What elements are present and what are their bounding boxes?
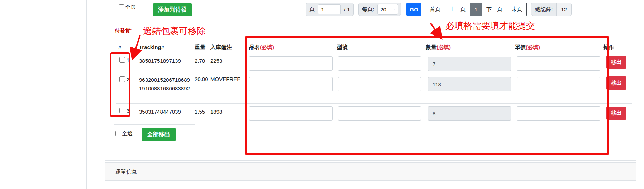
col-note-header: 入庫備注 <box>210 44 232 51</box>
first-page-button[interactable]: 首頁 <box>425 3 445 16</box>
page-number-input[interactable] <box>318 4 341 14</box>
next-page-button[interactable]: 下一頁 <box>482 3 507 16</box>
per-page-group: 每頁: 20 ⌄ <box>358 3 401 16</box>
product-name-input[interactable] <box>249 56 333 71</box>
remove-all-button[interactable]: 全部移出 <box>142 128 176 141</box>
current-page-button[interactable]: 1 <box>470 3 482 16</box>
row-divider-2 <box>116 103 632 104</box>
inbound-note: 1898 <box>210 108 222 115</box>
col-price-header: 單價(必填) <box>515 44 540 51</box>
row-checkbox[interactable] <box>119 108 125 113</box>
waybill-card-header: 運單信息 <box>105 163 636 181</box>
waybill-info-card: 運單信息 <box>105 162 636 189</box>
page-left-divider <box>86 0 87 189</box>
waybill-panel-title: 運單信息 <box>115 168 137 175</box>
select-all-top-label: 全選 <box>125 4 136 11</box>
inbound-note: 2253 <box>210 57 222 65</box>
remove-row-button[interactable]: 移出 <box>606 56 626 69</box>
quantity-input[interactable] <box>428 57 511 71</box>
quantity-input[interactable] <box>428 106 511 121</box>
unit-price-input[interactable] <box>517 56 600 71</box>
prev-page-button[interactable]: 上一頁 <box>445 3 470 16</box>
col-tracking-header: Tracking# <box>139 44 164 51</box>
weight-value: 1.55 <box>195 108 205 115</box>
row-checkbox[interactable] <box>119 57 125 63</box>
remove-row-button[interactable]: 移出 <box>606 76 626 90</box>
per-page-select[interactable]: 20 ⌄ <box>377 4 398 15</box>
total-records-box: 總記錄: 12 <box>531 3 572 16</box>
product-name-input[interactable] <box>249 77 333 91</box>
row-index: 3 <box>127 107 129 114</box>
annotation-required-note: 必填格需要填才能提交 <box>445 20 535 32</box>
col-model-header: 型號 <box>337 44 348 51</box>
table-bottom-divider <box>114 124 195 125</box>
product-name-input[interactable] <box>249 106 333 121</box>
select-all-bottom-label: 全選 <box>122 130 133 137</box>
inbound-note: MOVEFREE <box>210 76 240 83</box>
tracking-number: 9632001520671868919100881680683892 <box>139 76 193 93</box>
weight-value: 2.70 <box>195 57 205 65</box>
name-required-tag: (必填) <box>260 44 274 50</box>
page: 全選 添加到待發 頁 / 1 每頁: 20 ⌄ GO 首頁 上一頁 1 下一頁 … <box>0 0 644 189</box>
page-number-group: 頁 / 1 <box>306 3 354 16</box>
unit-price-input[interactable] <box>517 77 600 91</box>
price-required-tag: (必填) <box>526 44 540 50</box>
col-qty-header: 數量(必填) <box>426 44 451 51</box>
col-action-header: 操作 <box>603 44 614 51</box>
per-page-value: 20 <box>380 6 386 13</box>
model-input[interactable] <box>338 106 421 121</box>
unit-price-input[interactable] <box>517 106 600 121</box>
row-index: 1 <box>127 57 129 64</box>
col-name-header: 品名(必填) <box>249 44 274 51</box>
model-input[interactable] <box>338 56 421 71</box>
go-button[interactable]: GO <box>406 3 421 16</box>
row-index: 2 <box>127 76 129 83</box>
tracking-number: 35031748447039 <box>139 108 181 115</box>
select-all-bottom-checkbox[interactable] <box>115 131 121 136</box>
chevron-down-icon: ⌄ <box>392 8 395 11</box>
annotation-remove-note: 選錯包裹可移除 <box>143 25 206 37</box>
col-index-header: # <box>118 44 121 51</box>
pager-button-group: 首頁 上一頁 1 下一頁 末頁 <box>425 3 527 16</box>
last-page-button[interactable]: 末頁 <box>507 3 526 16</box>
pending-goods-label: 待發貨: <box>115 28 132 34</box>
table-top-border <box>116 39 632 39</box>
total-records-value: 12 <box>556 3 571 16</box>
row-divider-1 <box>116 73 632 73</box>
table-header-border <box>116 54 632 54</box>
page-total-label: / 1 <box>341 6 353 13</box>
col-weight-header: 重量 <box>195 44 205 51</box>
model-input[interactable] <box>338 77 421 91</box>
total-records-label: 總記錄: <box>531 6 556 13</box>
row-checkbox[interactable] <box>119 76 125 82</box>
add-to-pending-button[interactable]: 添加到待發 <box>153 3 192 16</box>
per-page-label: 每頁: <box>359 6 377 13</box>
qty-required-tag: (必填) <box>437 44 451 50</box>
page-label: 頁 <box>306 6 318 13</box>
weight-value: 20.00 <box>195 76 208 83</box>
tracking-number: 38581751897139 <box>139 57 181 65</box>
remove-row-button[interactable]: 移出 <box>606 107 626 120</box>
quantity-input[interactable] <box>428 77 511 91</box>
select-all-top-checkbox[interactable] <box>119 4 124 10</box>
